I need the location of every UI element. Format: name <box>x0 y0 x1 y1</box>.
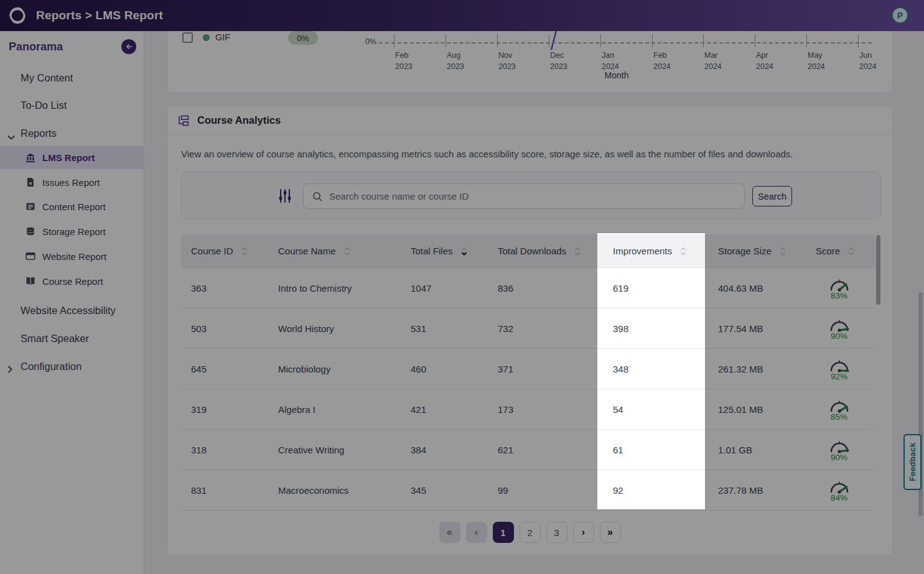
sort-icon <box>780 246 786 256</box>
legend-dot-icon <box>203 34 210 41</box>
file-x-icon <box>26 177 35 187</box>
column-header-total-downloads[interactable]: Total Downloads <box>492 246 598 256</box>
x-axis-title: Month <box>579 70 654 80</box>
axis-tick <box>858 34 859 47</box>
sidebar-item-course-report[interactable]: Course Report <box>0 269 144 293</box>
x-tick-label: Feb2024 <box>653 50 689 72</box>
score-gauge: 85% <box>803 397 875 422</box>
sidebar: Panorama My Content To-Do List Reports L… <box>0 31 144 574</box>
search-icon <box>312 191 323 202</box>
page-title: Reports > LMS Report <box>36 9 163 22</box>
column-header-improvements[interactable]: Improvements <box>598 246 706 256</box>
sidebar-item-smart-speaker[interactable]: Smart Speaker <box>0 326 144 350</box>
sort-desc-icon <box>461 246 467 256</box>
table-scrollbar-thumb[interactable] <box>876 235 880 305</box>
sort-icon <box>344 246 350 256</box>
panorama-logo-icon[interactable] <box>7 6 27 25</box>
sidebar-item-lms-report[interactable]: LMS Report <box>0 146 144 169</box>
database-icon <box>26 226 35 236</box>
search-box <box>303 183 745 209</box>
x-tick-label: Feb2023 <box>395 50 431 72</box>
sidebar-item-content-report[interactable]: Content Report <box>0 195 144 218</box>
axis-tick <box>497 34 498 47</box>
axis-tick <box>446 34 446 47</box>
axis-tick <box>652 34 653 47</box>
table-row[interactable]: 831 Macroeconomics 345 99 92 237.78 MB 8… <box>181 470 875 511</box>
sidebar-brand: Panorama <box>9 40 63 53</box>
table-row[interactable]: 318 Creative Writing 384 621 61 1.01 GB … <box>181 430 875 470</box>
pagination-page-3[interactable]: 3 <box>546 522 567 543</box>
legend-value-badge: 0% <box>288 31 318 45</box>
filter-sliders-icon[interactable] <box>278 188 292 205</box>
bank-icon <box>26 153 35 163</box>
search-panel: Search <box>181 172 881 220</box>
pagination-first-button[interactable]: « <box>439 522 460 543</box>
course-analytics-card: Course Analytics View an overview of cou… <box>167 106 893 555</box>
sort-icon <box>574 246 581 256</box>
sidebar-item-configuration[interactable]: Configuration <box>0 354 144 378</box>
x-axis-line <box>379 42 872 44</box>
column-header-score[interactable]: Score <box>803 246 875 256</box>
file-types-chart-card: GIF 0% 0% Feb2023 Aug2023 Nov2023 Dec202… <box>167 24 893 93</box>
pagination-page-1[interactable]: 1 <box>493 522 514 543</box>
column-header-storage-size[interactable]: Storage Size <box>706 246 803 256</box>
x-tick-label: May2024 <box>808 50 844 72</box>
chevron-right-icon <box>7 364 12 376</box>
app-header: Reports > LMS Report P <box>0 0 924 31</box>
sidebar-item-reports[interactable]: Reports <box>0 121 144 145</box>
sidebar-item-website-accessibility[interactable]: Website Accessibility <box>0 299 144 322</box>
pagination-last-button[interactable]: » <box>600 522 621 543</box>
sort-icon <box>680 246 686 256</box>
y-axis-tick: 0% <box>352 37 376 46</box>
axis-tick <box>549 34 549 47</box>
card-description: View an overview of course analytics, en… <box>181 149 879 159</box>
pagination-page-2[interactable]: 2 <box>520 522 541 543</box>
x-tick-label: Nov2023 <box>498 50 534 72</box>
x-tick-label: Dec2023 <box>550 50 586 72</box>
column-header-course-id[interactable]: Course ID <box>181 246 272 256</box>
content-lines-icon <box>26 201 35 211</box>
axis-tick <box>600 34 601 47</box>
user-avatar[interactable]: P <box>892 7 908 24</box>
sidebar-item-storage-report[interactable]: Storage Report <box>0 220 144 243</box>
x-tick-label: Jan2024 <box>602 50 638 72</box>
pagination-prev-button[interactable]: ‹ <box>466 522 487 543</box>
x-tick-label: Jun2024 <box>859 50 895 72</box>
legend-checkbox-gif[interactable] <box>182 32 193 43</box>
sidebar-item-my-content[interactable]: My Content <box>0 66 144 90</box>
axis-tick <box>703 34 704 47</box>
sort-icon <box>848 246 854 256</box>
score-gauge: 92% <box>803 357 875 381</box>
open-book-icon <box>26 276 35 286</box>
x-tick-label: Aug2023 <box>447 50 483 72</box>
sidebar-item-issues-report[interactable]: Issues Report <box>0 170 144 194</box>
search-input[interactable] <box>329 191 736 201</box>
arrow-left-icon <box>125 43 133 50</box>
sort-icon <box>241 246 248 256</box>
score-gauge: 90% <box>803 438 875 462</box>
feedback-button[interactable]: Feedback <box>903 434 922 490</box>
x-tick-label: Mar2024 <box>704 50 740 72</box>
table-row[interactable]: 645 Microbiology 460 371 348 261.32 MB 9… <box>181 349 875 389</box>
column-header-total-files[interactable]: Total Files <box>404 246 492 256</box>
search-button[interactable]: Search <box>752 186 792 206</box>
x-tick-label: Apr2024 <box>756 50 792 72</box>
sidebar-item-website-report[interactable]: Website Report <box>0 244 144 268</box>
axis-tick <box>394 34 394 47</box>
analytics-icon <box>177 114 190 127</box>
score-gauge: 83% <box>803 276 875 300</box>
table-row[interactable]: 363 Intro to Chemistry 1047 836 619 404.… <box>181 268 875 308</box>
table-row[interactable]: 319 Algebra I 421 173 54 125.01 MB 85% <box>181 389 875 430</box>
course-analytics-table: Course ID Course Name Total Files Total … <box>181 234 875 511</box>
chevron-down-icon <box>7 131 15 142</box>
sidebar-item-todo-list[interactable]: To-Do List <box>0 93 144 117</box>
browser-window-icon <box>26 251 35 261</box>
pagination: « ‹ 1 2 3 › » <box>167 522 892 543</box>
legend-label: GIF <box>215 32 230 42</box>
sidebar-collapse-button[interactable] <box>121 39 136 54</box>
table-row[interactable]: 503 World History 531 732 398 177.54 MB … <box>181 308 875 349</box>
column-header-course-name[interactable]: Course Name <box>272 246 404 256</box>
pagination-next-button[interactable]: › <box>573 522 594 543</box>
table-header-row: Course ID Course Name Total Files Total … <box>181 234 875 268</box>
score-gauge: 90% <box>803 317 875 341</box>
